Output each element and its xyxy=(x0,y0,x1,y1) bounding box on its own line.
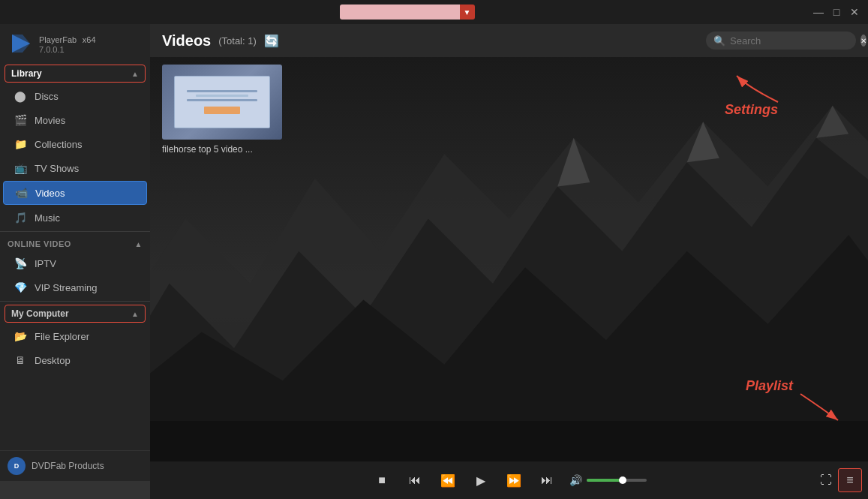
playlist-icon: ≡ xyxy=(846,473,853,487)
stop-button[interactable]: ■ xyxy=(371,470,392,491)
svg-rect-9 xyxy=(150,421,868,461)
playlist-toggle-button[interactable]: ≡ xyxy=(838,468,862,492)
prev-button[interactable]: ⏮ xyxy=(404,470,425,491)
sidebar-item-desktop[interactable]: 🖥 Desktop xyxy=(0,348,150,372)
my-computer-collapse-icon: ▲ xyxy=(131,310,139,318)
movies-icon: 🎬 xyxy=(14,113,27,127)
iptv-icon: 📡 xyxy=(14,257,27,270)
main-container: PlayerFab x64 7.0.0.1 Library ▲ ⬤ Discs … xyxy=(0,24,868,499)
next-button[interactable]: ⏭ xyxy=(536,470,557,491)
dvdfab-logo: D xyxy=(8,457,26,475)
brand-text: PlayerFab x64 7.0.0.1 xyxy=(39,34,96,54)
video-thumbnail xyxy=(162,65,282,140)
sidebar-item-videos[interactable]: 📹 Videos xyxy=(3,181,147,205)
content-header: Videos (Total: 1) 🔄 🔍 ✕ xyxy=(150,24,868,57)
collections-icon: 📁 xyxy=(14,137,27,151)
page-title: Videos xyxy=(162,32,211,50)
app-brand: PlayerFab x64 7.0.0.1 xyxy=(0,24,150,63)
volume-icon: 🔊 xyxy=(569,474,582,486)
player-controls: ■ ⏮ ⏪ ▶ ⏩ ⏭ 🔊 ⛶ ≡ xyxy=(150,461,868,499)
titlebar: ▼ — □ ✕ xyxy=(0,0,868,24)
video-grid: filehorse top 5 video ... xyxy=(162,65,282,155)
my-computer-label: My Computer xyxy=(11,308,69,319)
dropdown-icon: ▼ xyxy=(464,8,471,17)
sidebar-item-iptv[interactable]: 📡 IPTV xyxy=(0,251,150,275)
minimize-button[interactable]: — xyxy=(811,5,826,20)
content-bg: Settings Playlist xyxy=(150,57,868,461)
sidebar-item-tvshows[interactable]: 📺 TV Shows xyxy=(0,156,150,180)
thumbnail-inner xyxy=(162,65,282,140)
forward-button[interactable]: ⏩ xyxy=(503,470,524,491)
online-video-collapse-icon: ▲ xyxy=(135,240,143,248)
vip-icon: 💎 xyxy=(14,281,27,294)
thumbnail-line2 xyxy=(196,95,249,97)
rewind-button[interactable]: ⏪ xyxy=(437,470,458,491)
sidebar-item-movies[interactable]: 🎬 Movies xyxy=(0,108,150,132)
volume-fill xyxy=(587,479,623,482)
titlebar-dropdown-btn[interactable]: ▼ xyxy=(460,5,475,20)
brand-version: 7.0.0.1 xyxy=(39,45,96,54)
svg-marker-1 xyxy=(12,35,30,53)
library-label: Library xyxy=(11,68,42,79)
library-section-header[interactable]: Library ▲ xyxy=(5,65,146,83)
total-badge: (Total: 1) xyxy=(218,35,257,47)
online-video-header[interactable]: ONLINE VIDEO ▲ xyxy=(0,233,150,251)
dvdfab-label: DVDFab Products xyxy=(32,461,104,471)
list-item[interactable]: filehorse top 5 video ... xyxy=(162,65,282,155)
video-name: filehorse top 5 video ... xyxy=(162,144,282,155)
sidebar-item-file-explorer[interactable]: 📂 File Explorer xyxy=(0,324,150,348)
sidebar-item-discs[interactable]: ⬤ Discs xyxy=(0,84,150,108)
divider-1 xyxy=(0,231,150,232)
desktop-label: Desktop xyxy=(35,355,71,366)
discs-label: Discs xyxy=(35,91,59,102)
discs-icon: ⬤ xyxy=(14,89,27,103)
collections-label: Collections xyxy=(35,139,83,150)
maximize-button[interactable]: □ xyxy=(829,5,844,20)
content-area: Videos (Total: 1) 🔄 🔍 ✕ xyxy=(150,24,868,499)
thumbnail-screen xyxy=(174,76,270,128)
library-collapse-icon: ▲ xyxy=(131,70,139,78)
thumbnail-line3 xyxy=(187,99,257,101)
online-video-label: ONLINE VIDEO xyxy=(8,239,71,248)
file-explorer-label: File Explorer xyxy=(35,331,89,342)
app-logo xyxy=(9,32,33,56)
sidebar-item-music[interactable]: 🎵 Music xyxy=(0,206,150,230)
volume-bar[interactable] xyxy=(587,479,647,482)
search-input[interactable] xyxy=(730,35,856,47)
dvdfab-footer[interactable]: D DVDFab Products xyxy=(0,450,150,481)
videos-label: Videos xyxy=(35,188,65,199)
content-title: Videos (Total: 1) 🔄 xyxy=(162,32,279,50)
music-label: Music xyxy=(35,212,60,224)
volume-thumb xyxy=(619,476,626,484)
iptv-label: IPTV xyxy=(35,258,56,269)
desktop-icon: 🖥 xyxy=(14,353,27,367)
volume-area: 🔊 xyxy=(569,474,647,486)
titlebar-search-input[interactable] xyxy=(340,5,460,20)
file-explorer-icon: 📂 xyxy=(14,329,27,343)
search-icon: 🔍 xyxy=(713,35,725,47)
thumbnail-line xyxy=(187,90,257,92)
search-clear-button[interactable]: ✕ xyxy=(860,35,866,47)
fullscreen-button[interactable]: ⛶ xyxy=(820,473,832,487)
vip-label: VIP Streaming xyxy=(35,282,98,293)
close-button[interactable]: ✕ xyxy=(847,5,862,20)
music-icon: 🎵 xyxy=(14,211,27,224)
my-computer-header[interactable]: My Computer ▲ xyxy=(5,305,146,323)
videos-icon: 📹 xyxy=(14,186,28,200)
sidebar: PlayerFab x64 7.0.0.1 Library ▲ ⬤ Discs … xyxy=(0,24,150,499)
search-box: 🔍 ✕ xyxy=(706,32,856,50)
sidebar-item-vip-streaming[interactable]: 💎 VIP Streaming xyxy=(0,275,150,299)
movies-label: Movies xyxy=(35,115,65,126)
play-button[interactable]: ▶ xyxy=(470,470,491,491)
thumbnail-btn xyxy=(204,107,239,114)
divider-2 xyxy=(0,301,150,302)
tvshows-label: TV Shows xyxy=(35,163,79,174)
tvshows-icon: 📺 xyxy=(14,161,27,175)
sidebar-item-collections[interactable]: 📁 Collections xyxy=(0,132,150,156)
sidebar-bottom-bar xyxy=(0,481,150,499)
refresh-button[interactable]: 🔄 xyxy=(264,34,279,48)
brand-name: PlayerFab x64 xyxy=(39,34,96,45)
titlebar-search-area: ▼ xyxy=(340,5,475,20)
